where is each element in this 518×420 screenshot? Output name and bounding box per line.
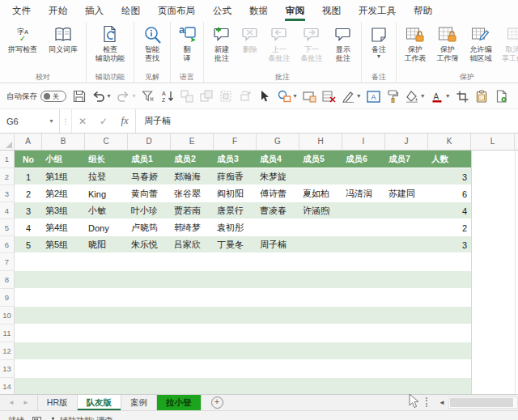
menu-tab-文件[interactable]: 文件 (3, 0, 40, 22)
cell-B6[interactable]: 第5组 (42, 236, 85, 253)
text-box-icon[interactable]: A (366, 88, 381, 104)
ribbon-button-同义词库[interactable]: 同义词库 (43, 23, 83, 54)
menu-tab-开发工具[interactable]: 开发工具 (350, 0, 405, 22)
formula-bar-grip[interactable]: ⋮ (60, 109, 72, 133)
empty-row-10-cells[interactable] (15, 307, 518, 325)
cell-D4[interactable]: 叶小珍 (128, 202, 171, 219)
menu-tab-数据[interactable]: 数据 (240, 0, 277, 22)
column-header-C[interactable]: C (85, 134, 128, 150)
shapes-icon[interactable] (277, 88, 292, 104)
cell-C2[interactable]: 拉登 (85, 168, 128, 185)
header-cell-B1[interactable]: 小组 (42, 151, 85, 168)
menu-tab-公式[interactable]: 公式 (204, 0, 240, 22)
name-box-caret-icon[interactable]: ▼ (49, 118, 54, 124)
ribbon-button-保护工作簿[interactable]: 保护工作簿 (431, 23, 464, 62)
ribbon-button-备注[interactable]: 备注▼ (364, 23, 393, 59)
cell-K4[interactable]: 4 (428, 202, 471, 219)
header-cell-F1[interactable]: 成员3 (214, 151, 257, 168)
sheet-tab-队友版[interactable]: 队友版 (78, 395, 122, 410)
cell-F4[interactable]: 唐景行 (214, 202, 257, 219)
accessibility-status[interactable]: 辅助功能: 调查 (49, 415, 113, 420)
menu-tab-审阅[interactable]: 审阅 (277, 0, 313, 22)
cell-H3[interactable]: 夏如柏 (299, 185, 342, 202)
cell-F6[interactable]: 丁曼冬 (214, 236, 257, 253)
cancel-entry-button[interactable]: ✕ (72, 109, 93, 133)
empty-row-8-cells[interactable] (15, 271, 518, 289)
scrollbar-track[interactable] (448, 397, 518, 409)
undo-icon[interactable] (91, 88, 106, 104)
fill-color-icon[interactable] (405, 88, 420, 104)
cell-G6[interactable]: 周子楠 (257, 236, 299, 253)
cell-G2[interactable]: 朱梦旋 (257, 168, 299, 185)
header-cell-J1[interactable]: 成员7 (385, 151, 428, 168)
scrollbar-thumb[interactable] (450, 398, 513, 407)
cell-A3[interactable]: 2 (15, 185, 42, 202)
column-header-E[interactable]: E (171, 134, 214, 150)
header-cell-D1[interactable]: 成员1 (128, 151, 171, 168)
row-number-7[interactable]: 7 (0, 253, 15, 271)
header-cell-G1[interactable]: 成员4 (257, 151, 299, 168)
sort-az-icon[interactable]: AZ (160, 88, 176, 104)
cell-C4[interactable]: 小敏 (85, 202, 128, 219)
cell-F2[interactable]: 薛痴香 (214, 168, 257, 185)
menu-tab-帮助[interactable]: 帮助 (405, 0, 441, 22)
cell-A4[interactable]: 3 (15, 202, 42, 219)
ribbon-button-翻译[interactable]: a➤翻译 (173, 23, 201, 62)
header-cell-A1[interactable]: No (15, 151, 42, 168)
column-header-F[interactable]: F (214, 134, 257, 150)
column-header-K[interactable]: K (428, 134, 471, 150)
cell-G4[interactable]: 曹凌春 (257, 202, 299, 219)
column-header-H[interactable]: H (299, 134, 342, 150)
cell-A6[interactable]: 5 (15, 236, 42, 253)
clear-filter-icon[interactable] (141, 88, 156, 104)
formula-input[interactable]: 周子楠 (136, 109, 518, 133)
ribbon-button-新建批注[interactable]: 新建批注 (206, 23, 237, 62)
cell-B3[interactable]: 第2组 (42, 185, 85, 202)
cell-J3[interactable]: 苏建同 (385, 185, 428, 202)
ribbon-button-允许编辑区域[interactable]: 允许编辑区域 (464, 23, 498, 62)
cell-E6[interactable]: 吕家欣 (171, 236, 214, 253)
font-color-icon[interactable]: A (430, 88, 445, 104)
sheet-tab-拉小登[interactable]: 拉小登 (157, 395, 202, 410)
row-number-9[interactable]: 9 (0, 289, 15, 307)
sheet-tab-HR版[interactable]: HR版 (37, 395, 78, 410)
menu-tab-插入[interactable]: 插入 (76, 0, 113, 22)
row-number-1[interactable]: 1 (0, 151, 15, 168)
format-painter-icon[interactable] (385, 88, 401, 104)
next-sheet-icon[interactable]: ► (23, 399, 29, 406)
scroll-left-icon[interactable]: ◄ (439, 399, 445, 406)
cell-K3[interactable]: 6 (428, 185, 471, 202)
row-number-6[interactable]: 6 (0, 236, 15, 253)
row-number-5[interactable]: 5 (0, 219, 15, 236)
menu-tab-页面布局[interactable]: 页面布局 (149, 0, 204, 22)
ribbon-button-检查辅助功能[interactable]: 检查辅助功能 (89, 23, 131, 62)
header-cell-H1[interactable]: 成员5 (299, 151, 342, 168)
row-number-12[interactable]: 12 (0, 342, 15, 360)
header-cell-C1[interactable]: 组长 (85, 151, 128, 168)
select-all-corner[interactable] (0, 134, 15, 150)
empty-row-11-cells[interactable] (15, 325, 518, 342)
ribbon-button-保护工作表[interactable]: 保护工作表 (399, 23, 431, 62)
sheet-tab-案例[interactable]: 案例 (121, 395, 157, 410)
cell-F3[interactable]: 阎初阳 (214, 185, 257, 202)
cell-A5[interactable]: 4 (15, 219, 42, 236)
crop-icon[interactable] (455, 88, 470, 104)
name-box[interactable]: G6 ▼ (0, 109, 60, 133)
scrollbar-resize-grip[interactable] (426, 397, 431, 407)
cell-C3[interactable]: King (85, 185, 128, 202)
cell-B2[interactable]: 第1组 (42, 168, 85, 185)
empty-row-14-cells[interactable] (15, 378, 518, 394)
row-number-14[interactable]: 14 (0, 378, 15, 394)
empty-row-9-cells[interactable] (15, 289, 518, 307)
cell-D2[interactable]: 马春娇 (128, 168, 171, 185)
cell-E3[interactable]: 张谷翠 (171, 185, 214, 202)
cell-B5[interactable]: 第4组 (42, 219, 85, 236)
row-number-8[interactable]: 8 (0, 271, 15, 289)
autosave-toggle[interactable]: 自动保存 关 (6, 91, 66, 102)
empty-row-13-cells[interactable] (15, 360, 518, 378)
row-number-3[interactable]: 3 (0, 185, 15, 202)
paste-icon[interactable] (474, 88, 490, 104)
cell-B4[interactable]: 第3组 (42, 202, 85, 219)
row-number-2[interactable]: 2 (0, 168, 15, 185)
insert-function-button[interactable]: fx (114, 109, 136, 133)
